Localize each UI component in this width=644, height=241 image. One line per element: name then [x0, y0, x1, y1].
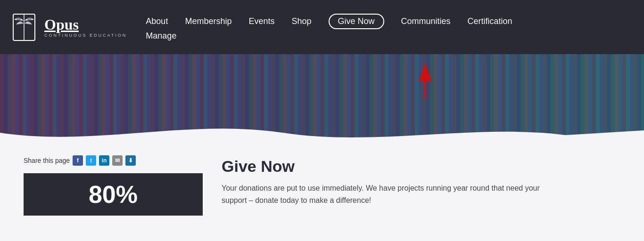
linkedin-share-icon[interactable]: in [99, 155, 109, 166]
nav-item-communities[interactable]: Communities [401, 16, 451, 26]
hero-wave [0, 119, 644, 146]
share-label: Share this page [24, 157, 70, 164]
logo-name: Opus [44, 17, 127, 32]
email-share-icon[interactable]: ✉ [112, 155, 123, 166]
logo-icon [9, 10, 39, 44]
twitter-share-icon[interactable]: t [86, 155, 96, 166]
facebook-share-icon[interactable]: f [73, 155, 83, 166]
nav-item-membership[interactable]: Membership [185, 16, 231, 26]
logo-area[interactable]: Opus CONTINUOUS EDUCATION [9, 10, 127, 44]
logo-sub: CONTINUOUS EDUCATION [44, 33, 127, 38]
progress-percent: 80% [89, 180, 138, 209]
nav-row-top: About Membership Events Shop Give Now Co… [146, 14, 635, 29]
share-row: Share this page f t in ✉ ⬇ [24, 155, 203, 166]
give-now-title: Give Now [222, 157, 620, 176]
navbar: Opus CONTINUOUS EDUCATION About Membersh… [0, 0, 644, 54]
nav-row-bottom: Manage [146, 31, 635, 41]
download-share-icon[interactable]: ⬇ [125, 155, 136, 166]
nav-item-manage[interactable]: Manage [146, 31, 176, 41]
give-now-description: Your donations are put to use immediatel… [222, 182, 552, 206]
nav-item-certification[interactable]: Certification [468, 16, 512, 26]
logo-text-area: Opus CONTINUOUS EDUCATION [44, 17, 127, 38]
content-area: Share this page f t in ✉ ⬇ 80% Give Now … [0, 146, 644, 240]
nav-item-events[interactable]: Events [248, 16, 274, 26]
right-column: Give Now Your donations are put to use i… [222, 155, 620, 206]
nav-item-shop[interactable]: Shop [291, 16, 311, 26]
nav-item-give-now[interactable]: Give Now [329, 14, 384, 29]
left-column: Share this page f t in ✉ ⬇ 80% [24, 155, 203, 216]
hero-section [0, 54, 644, 146]
nav-item-about[interactable]: About [146, 16, 168, 26]
nav-links: About Membership Events Shop Give Now Co… [146, 14, 635, 41]
progress-box: 80% [24, 173, 203, 216]
